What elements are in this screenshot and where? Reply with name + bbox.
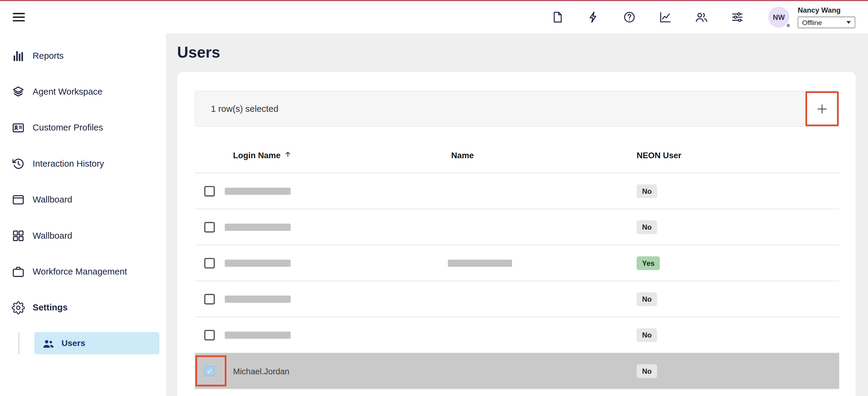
column-header-login-name[interactable]: Login Name (225, 151, 448, 160)
sidebar-item-agent-workspace[interactable]: Agent Workspace (0, 73, 166, 110)
login-name-cell (225, 245, 448, 281)
redacted-name-bar (448, 260, 512, 267)
checkbox-cell (195, 317, 225, 353)
table-row[interactable]: No (195, 173, 839, 209)
table-row[interactable]: No (195, 281, 839, 317)
presence-dot (785, 23, 791, 28)
table-row[interactable]: Yes (195, 245, 839, 281)
column-header-label: NEON User (637, 151, 681, 160)
plus-icon (815, 102, 829, 115)
checkbox-cell (195, 353, 225, 389)
checkbox-cell (195, 173, 225, 209)
sidebar-item-label: Settings (33, 303, 67, 312)
selection-count-text: 1 row(s) selected (211, 104, 278, 114)
lightning-icon[interactable] (587, 10, 600, 24)
briefcase-icon (12, 265, 25, 278)
app-window: NW Nancy Wang Offline Reports Agent Work… (0, 0, 868, 396)
history-icon (12, 157, 25, 170)
table-body: No No Yes (195, 173, 839, 389)
redacted-login-bar (225, 223, 291, 231)
sidebar-item-label: Wallboard (33, 231, 72, 241)
table-row[interactable]: Michael.Jordan No (195, 353, 839, 389)
topbar-icon-group (551, 10, 744, 24)
analytics-icon[interactable] (659, 10, 672, 24)
name-cell (448, 173, 637, 209)
checkbox-cell (195, 245, 225, 281)
page-title: Users (177, 44, 856, 61)
sidebar-item-settings[interactable]: Settings (0, 290, 166, 326)
window-icon (12, 193, 25, 206)
contacts-icon[interactable] (695, 10, 708, 24)
neon-user-badge: No (637, 220, 657, 234)
main-content: Users 1 row(s) selected Login Name (166, 33, 868, 396)
avatar[interactable]: NW (768, 7, 789, 28)
sidebar-item-wallboard-2[interactable]: Wallboard (0, 218, 166, 253)
redacted-login-bar (225, 187, 291, 195)
sidebar-item-customer-profiles[interactable]: Customer Profiles (0, 110, 166, 146)
login-name-cell (225, 173, 448, 209)
login-name-cell (225, 281, 448, 317)
contact-card-icon (12, 121, 25, 134)
settings-subnav: Users (19, 332, 166, 354)
sidebar-item-wallboard[interactable]: Wallboard (0, 181, 166, 217)
login-name-cell (225, 317, 448, 353)
column-header-neon-user[interactable]: NEON User (637, 151, 839, 160)
users-icon (42, 337, 55, 349)
status-select-value: Offline (802, 19, 822, 27)
neon-user-cell: No (637, 281, 839, 317)
users-table: Login Name Name NEON User (195, 138, 839, 389)
sidebar-item-label: Wallboard (33, 195, 72, 205)
avatar-initials: NW (773, 13, 785, 21)
sort-ascending-icon (284, 150, 292, 158)
column-header-label: Name (451, 151, 474, 160)
row-checkbox[interactable] (204, 366, 215, 376)
sidebar-item-label: Reports (33, 51, 64, 61)
name-cell (448, 281, 637, 317)
row-checkbox[interactable] (204, 258, 215, 268)
sidebar-item-workforce-management[interactable]: Workforce Management (0, 253, 166, 289)
sidebar-item-users[interactable]: Users (34, 332, 159, 354)
neon-user-cell: Yes (637, 245, 839, 281)
help-icon[interactable] (623, 10, 636, 24)
sidebar-item-label: Interaction History (33, 158, 104, 169)
redacted-login-bar (225, 295, 291, 303)
name-cell (448, 317, 637, 353)
user-name: Nancy Wang (798, 6, 855, 14)
column-header-label: Login Name (233, 151, 281, 160)
top-bar: NW Nancy Wang Offline (0, 1, 868, 33)
add-user-button[interactable] (805, 91, 838, 126)
row-checkbox[interactable] (204, 186, 215, 196)
chevron-down-icon (846, 21, 851, 24)
table-header-row: Login Name Name NEON User (195, 138, 839, 173)
checkbox-cell (195, 209, 225, 245)
status-select[interactable]: Offline (798, 17, 855, 28)
sidebar-item-interaction-history[interactable]: Interaction History (0, 146, 166, 181)
neon-user-badge: No (637, 292, 657, 306)
column-header-name[interactable]: Name (448, 151, 637, 160)
neon-user-cell: No (637, 173, 839, 209)
document-icon[interactable] (551, 10, 564, 24)
neon-user-cell: No (637, 317, 839, 353)
name-cell (448, 209, 637, 245)
checkbox-cell (195, 281, 225, 317)
sidebar-item-label: Agent Workspace (33, 87, 102, 96)
sidebar-item-reports[interactable]: Reports (0, 38, 166, 73)
bar-chart-icon (12, 49, 25, 62)
row-checkbox[interactable] (204, 222, 215, 232)
login-name-cell (225, 209, 448, 245)
grid-icon (12, 229, 25, 242)
user-block: Nancy Wang Offline (798, 6, 855, 28)
table-row[interactable]: No (195, 209, 839, 245)
row-checkbox[interactable] (204, 294, 215, 304)
preferences-icon[interactable] (731, 10, 744, 24)
redacted-login-bar (225, 260, 291, 267)
menu-icon[interactable] (12, 10, 26, 24)
neon-user-cell: No (637, 353, 839, 389)
redacted-login-bar (225, 331, 291, 338)
neon-user-badge: Yes (637, 256, 660, 270)
login-name-cell: Michael.Jordan (225, 353, 448, 389)
table-row[interactable]: No (195, 317, 839, 353)
name-cell (448, 353, 637, 389)
selection-toolbar: 1 row(s) selected (195, 91, 839, 127)
row-checkbox[interactable] (204, 330, 215, 340)
